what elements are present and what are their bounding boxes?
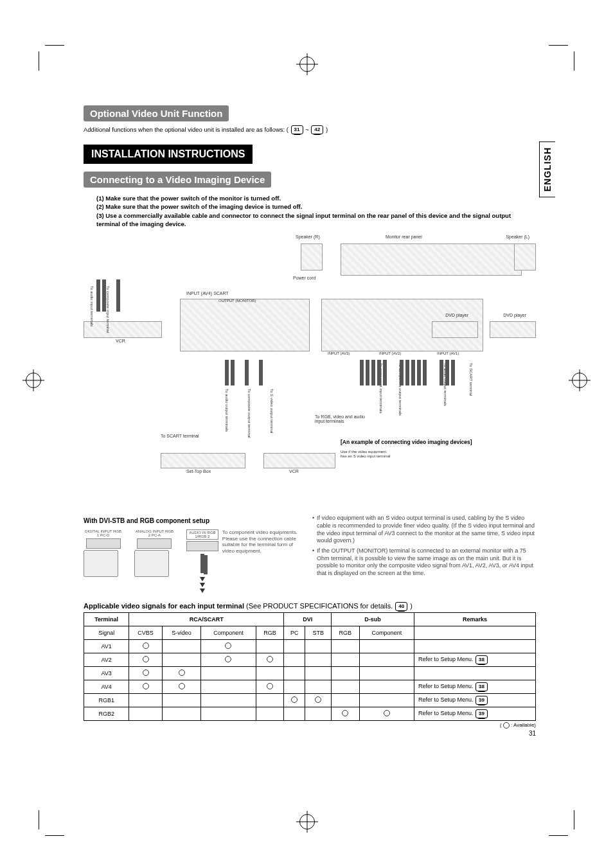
label-to-audio-out: To audio output terminals — [225, 389, 229, 432]
page-ref-31: 31 — [291, 125, 303, 134]
page-number: 31 — [84, 730, 536, 737]
row-av2: AV2 — [84, 653, 129, 667]
table-title: Applicable video signals for each input … — [84, 602, 536, 611]
th-component2: Component — [359, 626, 414, 640]
additional-text: Additional functions when the optional v… — [84, 125, 536, 134]
label-input-av2: INPUT (AV2) — [379, 351, 401, 355]
table-title-prefix: Applicable video signals for each input … — [84, 602, 246, 610]
page-ref-38b: 38 — [475, 682, 488, 691]
section-install: INSTALLATION INSTRUCTIONS — [84, 145, 253, 164]
table-row: RGB1 Refer to Setup Menu. 39 — [84, 694, 536, 707]
label-example: [An example of connecting video imaging … — [341, 439, 472, 445]
row-av4: AV4 — [84, 680, 129, 694]
page-ref-38: 38 — [475, 655, 488, 664]
label-to-scart: To SCART terminal — [161, 434, 199, 438]
th-rgb2: RGB — [332, 626, 360, 640]
legend-suffix: : Available) — [510, 722, 536, 728]
th-stb: STB — [305, 626, 332, 640]
settop-graphic — [161, 453, 245, 468]
avail-icon — [291, 696, 298, 703]
label-to-svideo-out: To S video output terminal — [270, 389, 274, 433]
label-speaker-r: Speaker (R) — [296, 235, 320, 239]
avail-icon — [143, 642, 149, 649]
table-title-suffix: ) — [410, 602, 413, 610]
th-svideo: S-video — [162, 626, 201, 640]
avail-icon — [267, 656, 273, 662]
th-remarks: Remarks — [414, 613, 536, 626]
remark-text: Refer to Setup Menu. — [418, 697, 474, 704]
speaker-r-graphic — [301, 244, 323, 270]
remark-text: Refer to Setup Menu. — [418, 657, 474, 663]
th-pc: PC — [284, 626, 305, 640]
table-row: AV4 Refer to Setup Menu. 38 — [84, 680, 536, 694]
table-row: Signal CVBS S-video Component RGB PC STB… — [84, 626, 536, 640]
additional-prefix: Additional functions when the optional v… — [84, 126, 289, 133]
page-ref-40: 40 — [395, 602, 407, 611]
th-dvi: DVI — [284, 613, 332, 626]
avail-icon — [384, 710, 390, 716]
remark-text: Refer to Setup Menu. — [418, 711, 474, 717]
speaker-l-graphic — [514, 244, 536, 270]
label-vcr2: VCR — [289, 469, 299, 474]
label-dvd2: DVD player — [503, 313, 526, 317]
vcr-bottom-graphic — [263, 453, 335, 468]
page-ref-39b: 39 — [475, 709, 488, 718]
th-component: Component — [201, 626, 256, 640]
table-row: AV2 Refer to Setup Menu. 38 — [84, 653, 536, 667]
connection-diagram: Speaker (R) Monitor rear panel Speaker (… — [84, 235, 536, 511]
avail-icon — [503, 722, 510, 729]
th-signal: Signal — [84, 626, 129, 640]
label-audio: AUDIO IN RGB 1/RGB 2 — [186, 529, 218, 540]
row-rgb2: RGB2 — [84, 707, 129, 721]
vcr-left-graphic — [84, 321, 162, 338]
th-cvbs: CVBS — [129, 626, 162, 640]
avail-icon — [267, 683, 273, 689]
label-to-rgb: To RGB, video and audio input terminals — [315, 414, 366, 423]
right-notes: •If video equipment with an S video outp… — [312, 515, 536, 593]
section-optional: Optional Video Unit Function — [84, 105, 229, 121]
table-row: Terminal RCA/SCART DVI D-sub Remarks — [84, 613, 536, 626]
row-av3: AV3 — [84, 667, 129, 680]
instruction-3: (3) Use a commercially available cable a… — [96, 211, 536, 229]
language-tab: ENGLISH — [539, 141, 555, 197]
additional-sep: ~ — [305, 126, 310, 133]
label-power-cord: Power cord — [293, 276, 315, 280]
signal-table: Terminal RCA/SCART DVI D-sub Remarks Sig… — [84, 612, 536, 721]
label-rgb2: ANALOG INPUT RGB 2 PC-A — [134, 529, 175, 537]
avail-icon — [179, 669, 185, 676]
label-dvd1: DVD player — [445, 313, 468, 317]
avail-icon — [225, 656, 231, 662]
avail-icon — [143, 683, 149, 689]
section-connect: Connecting to a Video Imaging Device — [84, 172, 271, 188]
dvd1-graphic — [432, 321, 478, 338]
dvd2-graphic — [490, 321, 536, 338]
label-rgb1: DIGITAL INPUT RGB 1 PC-D — [84, 529, 123, 537]
page-ref-42: 42 — [311, 125, 323, 134]
label-input-av1: INPUT (AV1) — [437, 351, 459, 355]
label-output-mon: OUTPUT (MONITOR) — [218, 299, 256, 303]
setup-title: With DVI-STB and RGB component setup — [84, 517, 301, 524]
avail-icon — [225, 642, 231, 649]
th-dsub: D-sub — [332, 613, 414, 626]
table-row: AV3 — [84, 667, 536, 680]
avail-icon — [179, 683, 185, 689]
row-av1: AV1 — [84, 640, 129, 653]
setup-left: With DVI-STB and RGB component setup DIG… — [84, 515, 301, 593]
th-rgb: RGB — [256, 626, 284, 640]
table-row: AV1 — [84, 640, 536, 653]
label-input-av3: INPUT (AV3) — [328, 351, 350, 355]
table-row: RGB2 Refer to Setup Menu. 39 — [84, 707, 536, 721]
note-2: If the OUTPUT (MONITOR) terminal is conn… — [317, 547, 536, 578]
label-speaker-l: Speaker (L) — [506, 235, 529, 239]
label-to-audio-in: To audio input terminals — [90, 286, 94, 326]
table-title-mid: (See PRODUCT SPECIFICATIONS for details. — [246, 602, 395, 610]
page-ref-39: 39 — [475, 696, 488, 705]
terminal-block-graphic — [180, 299, 310, 351]
th-rca: RCA/SCART — [129, 613, 284, 626]
label-vcr: VCR — [116, 339, 125, 343]
instructions: (1) Make sure that the power switch of t… — [96, 194, 536, 228]
instruction-1: (1) Make sure that the power switch of t… — [96, 194, 536, 202]
additional-suffix: ) — [326, 126, 328, 133]
label-input-av4: INPUT (AV4) SCART — [186, 291, 229, 296]
rear-panel-graphic — [341, 244, 522, 276]
